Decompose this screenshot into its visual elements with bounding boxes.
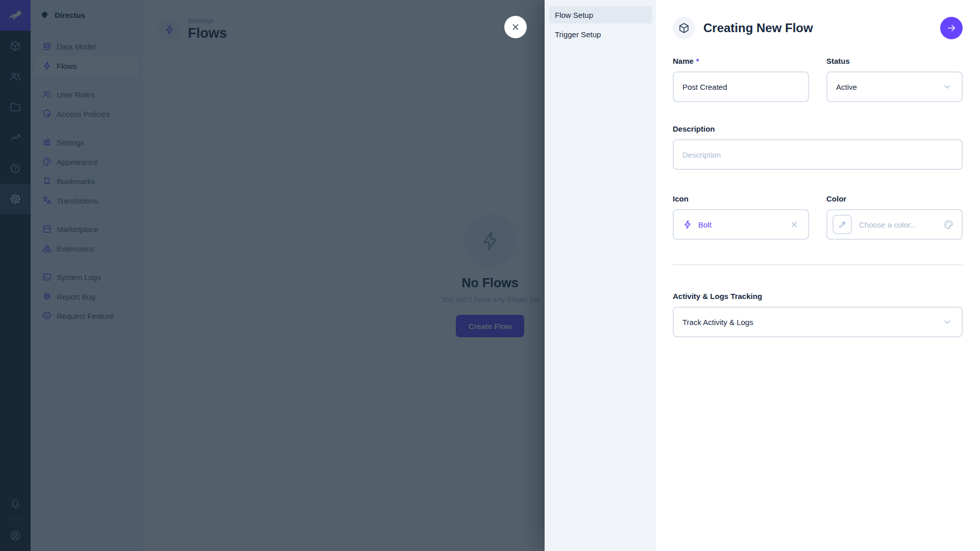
drawer-nav-flow-setup[interactable]: Flow Setup <box>549 6 652 23</box>
chevron-down-icon <box>942 316 953 328</box>
color-label: Color <box>826 194 963 203</box>
tracking-label: Activity & Logs Tracking <box>673 292 963 300</box>
tracking-value: Track Activity & Logs <box>682 318 753 327</box>
drawer-nav: Flow Setup Trigger Setup <box>545 0 656 551</box>
description-input[interactable] <box>673 139 963 170</box>
next-step-button[interactable] <box>940 17 963 39</box>
cube-icon <box>678 22 690 34</box>
status-field: Status Active <box>826 57 963 102</box>
icon-field: Icon Bolt <box>673 194 809 240</box>
status-select[interactable]: Active <box>826 71 963 102</box>
icon-select[interactable]: Bolt <box>673 209 809 240</box>
drawer-nav-trigger-setup[interactable]: Trigger Setup <box>549 26 652 43</box>
arrow-right-icon <box>946 22 957 34</box>
drawer-title: Creating New Flow <box>703 21 813 35</box>
description-field: Description <box>673 124 963 170</box>
directus-app: Directus Data Model Flows User Roles Acc… <box>0 0 980 551</box>
name-field: Name* <box>673 57 809 102</box>
color-input[interactable]: Choose a color... <box>826 209 963 240</box>
required-marker: * <box>696 57 699 65</box>
close-icon <box>510 21 521 33</box>
tracking-field: Activity & Logs Tracking Track Activity … <box>673 292 963 337</box>
palette-icon[interactable] <box>943 219 954 230</box>
tracking-select[interactable]: Track Activity & Logs <box>673 307 963 337</box>
eyedropper-button[interactable] <box>832 215 852 234</box>
clear-icon[interactable] <box>789 219 799 230</box>
name-input[interactable] <box>673 71 809 102</box>
form-divider <box>673 264 963 265</box>
drawer-close-button[interactable] <box>504 16 527 38</box>
drawer-header: Creating New Flow <box>673 17 963 39</box>
flow-setup-form: Name* Status Active <box>673 57 963 337</box>
drawer-content: Creating New Flow Name* Status <box>656 0 980 551</box>
color-field: Color Choose a color... <box>826 194 963 240</box>
status-value: Active <box>836 83 857 91</box>
color-placeholder: Choose a color... <box>859 220 917 229</box>
description-label: Description <box>673 124 963 133</box>
bolt-icon <box>682 219 693 230</box>
icon-label: Icon <box>673 194 809 203</box>
icon-value: Bolt <box>698 220 712 229</box>
name-label: Name* <box>673 57 809 65</box>
chevron-down-icon <box>942 81 953 92</box>
drawer-icon-badge <box>673 17 695 39</box>
create-flow-drawer: Flow Setup Trigger Setup Creating New Fl… <box>545 0 980 551</box>
status-label: Status <box>826 57 963 65</box>
